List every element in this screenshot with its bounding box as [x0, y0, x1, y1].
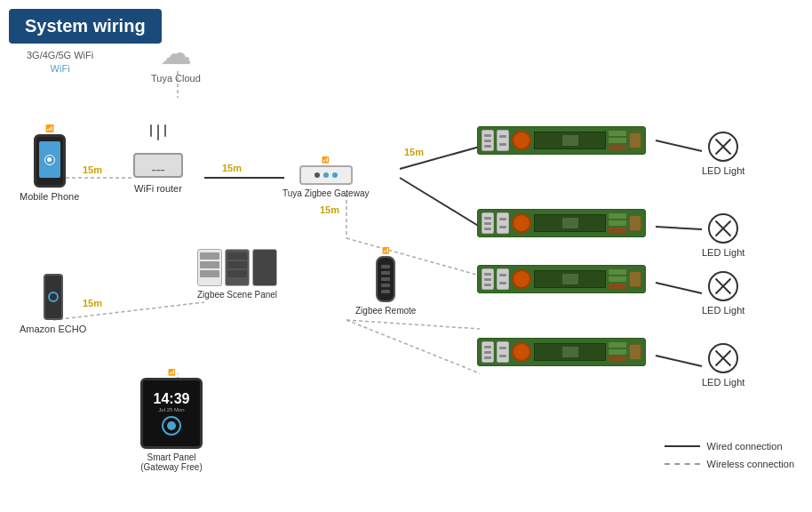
remote-btn4: [381, 284, 390, 287]
diagram-area: System wiring 3G/4G/5G WiFi WiF: [0, 0, 812, 512]
echo-ring: [48, 292, 59, 302]
page-title: System wiring: [9, 9, 162, 44]
smart-panel-device: 📶 14:39 Jul 25 Mon Smart Panel (Gateway …: [140, 369, 203, 472]
led-symbol-1: [708, 132, 738, 162]
led-light-2: LED Light: [702, 213, 744, 258]
scene-panel-device: Zigbee Scene Panel: [197, 249, 277, 300]
dist-label-1: 15m: [83, 164, 102, 175]
led-board-icon-1: [477, 126, 646, 155]
mobile-device: 📶 Mobile Phone: [20, 124, 79, 202]
scene-panel-icon: [197, 249, 277, 286]
remote-icon: [376, 256, 395, 302]
led-board-icon-3: [477, 265, 646, 293]
led-light-3: LED Light: [702, 271, 744, 316]
svg-line-12: [346, 320, 480, 329]
cloud-label: Tuya Cloud: [151, 73, 201, 84]
scene-panel-label: Zigbee Scene Panel: [197, 290, 277, 300]
cloud-device: ☁ Tuya Cloud: [151, 37, 201, 84]
router-device: ━━━ WiFi router: [131, 135, 185, 194]
panel-circle-inner: [167, 421, 176, 430]
led-symbol-3: [708, 271, 738, 301]
svg-line-7: [656, 140, 702, 151]
dist-label-2: 15m: [222, 163, 242, 173]
dist-label-4: 15m: [320, 204, 339, 215]
led-board-icon-2: [477, 209, 646, 237]
led-board-1: [477, 126, 646, 155]
legend-wired-line: [665, 445, 700, 447]
dot3: [332, 172, 338, 178]
led-symbol-4: [708, 343, 738, 373]
phone-icon: [34, 134, 66, 188]
legend-wireless-label: Wireless connection: [707, 459, 794, 469]
led-label-3: LED Light: [702, 305, 744, 316]
smart-panel-icon: 14:39 Jul 25 Mon: [140, 378, 203, 449]
legend-wireless: Wireless connection: [665, 459, 794, 469]
cloud-icon: ☁: [160, 37, 192, 69]
gateway-device: 📶 Tuya Zigbee Gateway: [283, 156, 369, 198]
led-board-2: [477, 209, 646, 237]
legend-wired: Wired connection: [665, 441, 794, 452]
remote-label: Zigbee Remote: [355, 306, 416, 316]
remote-btn3: [381, 277, 390, 281]
led-label-4: LED Light: [702, 377, 744, 388]
led-label-1: LED Light: [702, 165, 744, 176]
legend: Wired connection Wireless connection: [665, 441, 794, 476]
network-label: 3G/4G/5G WiFi WiFi: [27, 49, 93, 76]
echo-device: Amazon ECHO: [20, 274, 86, 334]
svg-line-8: [656, 227, 702, 229]
panel-date: Jul 25 Mon: [158, 407, 184, 412]
panel-time: 14:39: [154, 391, 190, 407]
remote-btn5: [381, 290, 390, 293]
svg-line-10: [656, 356, 702, 366]
led-board-icon-4: [477, 338, 646, 366]
dot2: [323, 172, 329, 178]
gateway-label: Tuya Zigbee Gateway: [283, 188, 369, 198]
dist-label-3: 15m: [404, 147, 424, 157]
echo-icon: [44, 274, 63, 320]
led-board-3: [477, 265, 646, 293]
smart-panel-wifi-icon: 📶: [168, 369, 176, 376]
svg-line-9: [656, 283, 702, 293]
svg-line-4: [400, 178, 480, 227]
svg-line-13: [346, 320, 480, 373]
led-board-4: [477, 338, 646, 366]
panel-circle-btn: [162, 416, 181, 436]
echo-label: Amazon ECHO: [20, 324, 86, 334]
led-light-4: LED Light: [702, 343, 744, 388]
led-symbol-2: [708, 213, 738, 244]
remote-device: 📶 Zigbee Remote: [355, 247, 416, 316]
router-icon: ━━━: [131, 135, 185, 180]
led-label-2: LED Light: [702, 247, 744, 258]
smart-panel-label: Smart Panel (Gateway Free): [140, 452, 202, 472]
remote-wifi-icon: 📶: [382, 247, 390, 254]
legend-wired-label: Wired connection: [707, 441, 783, 452]
router-label: WiFi router: [134, 183, 182, 194]
gateway-wifi-icon: 📶: [322, 156, 330, 164]
dot1: [314, 172, 320, 178]
gateway-icon: [299, 165, 353, 185]
legend-wireless-line: [665, 463, 700, 465]
led-light-1: LED Light: [702, 132, 744, 176]
remote-btn2: [381, 271, 390, 275]
mobile-label: Mobile Phone: [20, 191, 79, 202]
remote-btn1: [381, 265, 390, 268]
wifi-icon: 📶: [45, 124, 54, 132]
